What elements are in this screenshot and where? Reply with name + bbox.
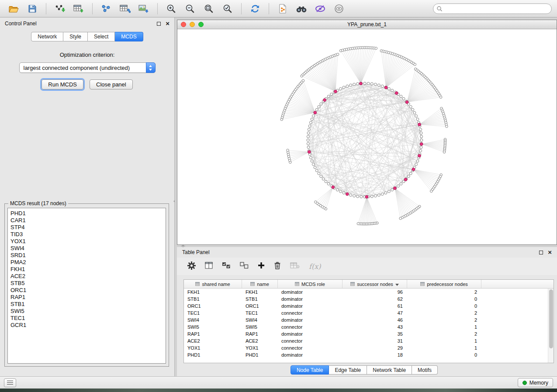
close-panel-button[interactable]: Close panel <box>90 79 133 89</box>
table-row[interactable]: STB1STB1dominator620 <box>184 296 554 303</box>
hide-graphics-details-button[interactable] <box>312 2 329 15</box>
selected-option: largest connected component (undirected) <box>24 65 130 71</box>
tab-select[interactable]: Select <box>88 32 115 41</box>
tab-mcds[interactable]: MCDS <box>115 32 143 41</box>
zoom-fit-button[interactable] <box>201 2 217 15</box>
open-button[interactable] <box>5 2 22 15</box>
table-row[interactable]: ACE2ACE2connector311 <box>184 337 554 344</box>
mcds-node-item[interactable]: TEC1 <box>10 315 163 322</box>
mcds-node-item[interactable]: PHD1 <box>10 210 163 217</box>
column-header-successor-nodes[interactable]: successor nodes <box>343 280 407 288</box>
table-tab-network-table[interactable]: Network Table <box>367 365 412 375</box>
table-tab-node-table[interactable]: Node Table <box>291 365 329 375</box>
mcds-node-item[interactable]: STP4 <box>10 224 163 231</box>
table-row[interactable]: TEC1TEC1connector472 <box>184 309 554 316</box>
cell-successor-nodes: 47 <box>343 309 407 316</box>
export-image-button[interactable] <box>135 2 152 15</box>
mcds-node-item[interactable]: GCR1 <box>10 322 163 329</box>
mcds-node-item[interactable]: ORC1 <box>10 287 163 294</box>
delete-table-button[interactable] <box>290 262 300 271</box>
memory-status-dot <box>522 381 527 385</box>
import-table-button[interactable] <box>70 2 87 15</box>
column-header-MCDS-role[interactable]: MCDS role <box>278 280 343 288</box>
column-header-predecessor-nodes[interactable]: predecessor nodes <box>407 280 481 288</box>
share-document-icon <box>278 4 287 14</box>
import-network-button[interactable] <box>52 2 68 15</box>
cell-predecessor-nodes: 0 <box>407 351 481 358</box>
zoom-in-button[interactable] <box>163 2 180 15</box>
cell-shared-name: ACE2 <box>184 337 242 344</box>
function-builder-button[interactable]: f(x) <box>309 262 321 271</box>
toolbar-separator <box>157 3 158 14</box>
new-network-button[interactable] <box>98 2 114 15</box>
mcds-node-item[interactable]: SWI5 <box>10 308 163 315</box>
status-menu-button[interactable] <box>4 378 16 387</box>
deselect-all-button[interactable] <box>240 262 249 271</box>
show-graphics-details-button[interactable] <box>331 2 347 15</box>
cell-shared-name: TEC1 <box>184 309 242 316</box>
mcds-node-item[interactable]: ACE2 <box>10 273 163 280</box>
mcds-node-item[interactable]: SWI4 <box>10 245 163 252</box>
show-columns-button[interactable] <box>205 262 213 271</box>
cell-predecessor-nodes: 1 <box>407 344 481 351</box>
cell-MCDS-role: dominator <box>278 316 343 323</box>
mcds-node-item[interactable]: RAP1 <box>10 294 163 301</box>
float-panel-icon[interactable] <box>157 22 161 26</box>
close-panel-icon[interactable]: × <box>166 21 170 26</box>
zoom-fit-icon <box>204 4 214 14</box>
cell-successor-nodes: 18 <box>343 351 407 358</box>
run-mcds-button[interactable]: Run MCDS <box>42 79 83 89</box>
table-settings-button[interactable] <box>187 261 196 272</box>
share-document-button[interactable] <box>274 2 291 15</box>
zoom-out-button[interactable] <box>182 2 198 15</box>
select-all-button[interactable] <box>222 262 231 271</box>
table-row[interactable]: FKH1FKH1dominator962 <box>184 289 554 296</box>
application-window: Control Panel × NetworkStyleSelectMCDS O… <box>0 0 557 392</box>
window-minimize-button[interactable] <box>190 22 195 27</box>
network-from-table-button[interactable] <box>117 2 133 15</box>
search-input[interactable] <box>433 3 552 14</box>
table-row[interactable]: SWI5SWI5connector431 <box>184 323 554 330</box>
search-box <box>433 3 552 14</box>
sort-indicator[interactable] <box>395 282 399 287</box>
add-column-button[interactable] <box>258 262 265 271</box>
network-canvas[interactable] <box>177 29 557 244</box>
find-button[interactable] <box>293 2 310 15</box>
zoom-selected-button[interactable] <box>219 2 236 15</box>
cell-successor-nodes: 62 <box>343 296 407 303</box>
table-tab-edge-table[interactable]: Edge Table <box>329 365 367 375</box>
table-row[interactable]: YOX1YOX1connector291 <box>184 344 554 351</box>
cell-successor-nodes: 35 <box>343 330 407 337</box>
close-table-panel-icon[interactable]: × <box>548 250 552 254</box>
table-tab-motifs[interactable]: Motifs <box>412 365 438 375</box>
table-scrollbar[interactable] <box>548 289 554 363</box>
tab-network[interactable]: Network <box>31 32 63 41</box>
float-table-panel-icon[interactable] <box>539 251 543 254</box>
refresh-layout-button[interactable] <box>247 2 263 15</box>
mcds-node-item[interactable]: TID3 <box>10 231 163 238</box>
scrollbar-thumb[interactable] <box>549 289 553 348</box>
optimization-criterion-select[interactable]: largest connected component (undirected) <box>19 62 156 73</box>
table-grid-icon <box>195 282 200 287</box>
column-header-shared-name[interactable]: shared name <box>184 280 242 288</box>
mcds-node-item[interactable]: PMA2 <box>10 259 163 266</box>
mcds-node-item[interactable]: FKH1 <box>10 266 163 273</box>
cell-successor-nodes: 46 <box>343 316 407 323</box>
window-close-button[interactable] <box>181 22 186 27</box>
table-row[interactable]: PHD1PHD1dominator180 <box>184 351 554 358</box>
table-tab-bar: Node TableEdge TableNetwork TableMotifs <box>177 365 551 375</box>
mcds-node-item[interactable]: STB1 <box>10 301 163 308</box>
tab-style[interactable]: Style <box>63 32 88 41</box>
table-row[interactable]: RAP1RAP1dominator352 <box>184 330 554 337</box>
table-row[interactable]: SWI4SWI4dominator462 <box>184 316 554 323</box>
column-header-name[interactable]: name <box>242 280 278 288</box>
mcds-node-item[interactable]: CAR1 <box>10 217 163 224</box>
memory-button[interactable]: Memory <box>518 378 553 387</box>
table-row[interactable]: ORC1ORC1dominator610 <box>184 303 554 309</box>
mcds-node-item[interactable]: STB5 <box>10 280 163 287</box>
mcds-node-item[interactable]: YOX1 <box>10 238 163 245</box>
save-button[interactable] <box>24 2 41 15</box>
window-zoom-button[interactable] <box>198 22 204 27</box>
delete-column-button[interactable] <box>274 261 281 271</box>
mcds-node-item[interactable]: SRD1 <box>10 252 163 259</box>
